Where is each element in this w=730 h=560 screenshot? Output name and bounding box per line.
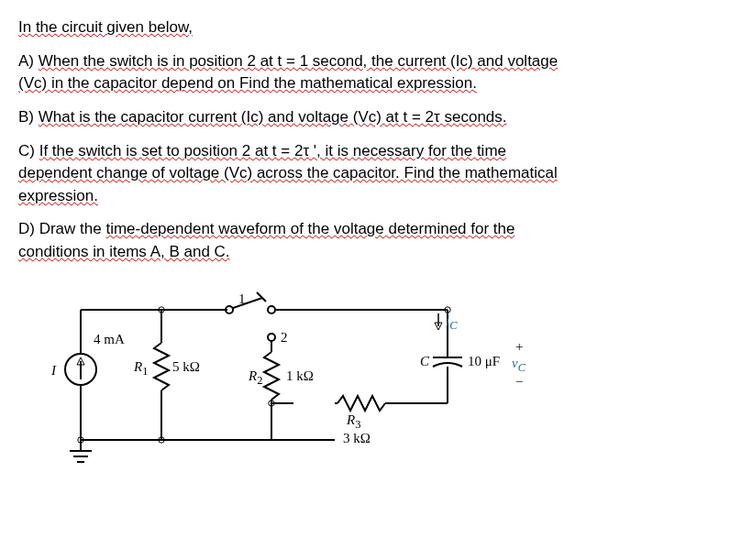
R2-name: R — [249, 368, 257, 383]
current-source-symbol: I — [51, 361, 56, 381]
svg-point-19 — [268, 334, 275, 341]
intro-text: In the circuit given below, — [18, 18, 193, 36]
R1-name: R — [134, 359, 142, 374]
part-d-line1: time-dependent waveform of the voltage d… — [105, 220, 514, 237]
R1-value: 5 kΩ — [172, 357, 200, 378]
R2-value: 1 kΩ — [286, 367, 314, 387]
part-c-line1: If the switch is set to position 2 at t … — [39, 142, 506, 159]
part-c-line2: dependent change of voltage (Vc) across … — [18, 164, 558, 181]
part-a-line2: (Vc) in the capacitor depend on Find the… — [18, 74, 477, 92]
R3-value: 3 kΩ — [343, 429, 371, 449]
svg-point-10 — [268, 306, 275, 313]
circuit-diagram: 4 mA I R1 5 kΩ R2 1 kΩ R3 3 kΩ C 10 μF 1… — [62, 286, 539, 469]
intro: In the circuit given below, — [18, 16, 712, 39]
part-d-prefix: D) Draw the — [18, 220, 105, 237]
part-a: A) When the switch is in position 2 at t… — [18, 50, 712, 95]
current-source-value: 4 mA — [94, 330, 125, 350]
ic-sub: C — [449, 319, 457, 332]
vc-minus: − — [515, 372, 523, 392]
switch-pos2: 2 — [281, 328, 288, 348]
ic-label: iC — [446, 312, 458, 334]
part-d: D) Draw the time-dependent waveform of t… — [18, 218, 712, 263]
part-c-label: C) — [18, 142, 39, 159]
cap-label: C — [420, 352, 429, 372]
R2-label: R2 — [249, 367, 262, 389]
part-d-line2: conditions in items A, B and C. — [18, 243, 230, 260]
vc-v: v — [512, 356, 518, 370]
R2-sub: 2 — [257, 374, 262, 387]
R1-sub: 1 — [142, 365, 148, 378]
R3-name: R — [347, 412, 355, 427]
part-b-line1: What is the capacitor current (Ic) and v… — [39, 108, 507, 126]
part-a-label: A) — [18, 52, 39, 70]
switch-pos1: 1 — [238, 290, 246, 310]
part-b: B) What is the capacitor current (Ic) an… — [18, 106, 712, 129]
part-c: C) If the switch is set to position 2 at… — [18, 140, 712, 208]
cap-value: 10 μF — [468, 352, 500, 372]
part-c-line3: expression. — [18, 187, 98, 204]
part-b-label: B) — [18, 108, 39, 126]
R1-label: R1 — [134, 357, 148, 379]
part-a-line1: When the switch is in position 2 at t = … — [39, 52, 559, 70]
svg-line-8 — [233, 298, 262, 308]
